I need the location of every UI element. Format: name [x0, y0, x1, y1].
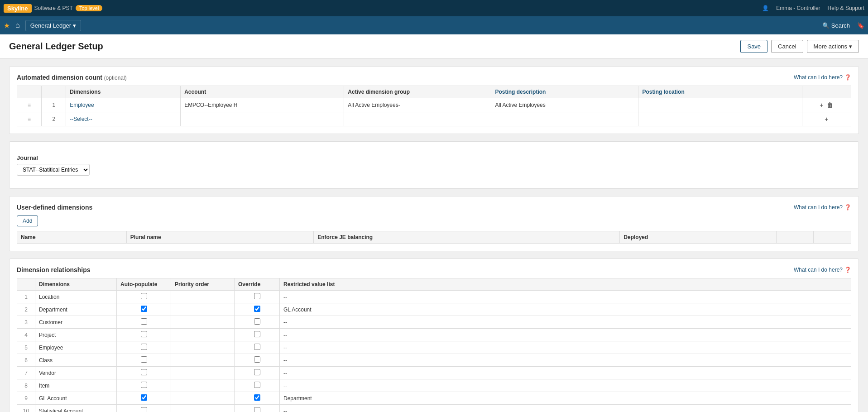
dim-priority-order[interactable]	[171, 341, 235, 354]
search-icon: 🔍	[822, 22, 830, 29]
active-dim-group-cell[interactable]: All Active Employees-	[344, 98, 491, 112]
override-checkbox[interactable]	[254, 407, 260, 412]
dim-override[interactable]	[235, 316, 280, 329]
dim-override[interactable]	[235, 291, 280, 303]
dimension-cell[interactable]: --Select--	[66, 112, 181, 126]
dim-auto-populate[interactable]	[117, 329, 171, 341]
logo[interactable]: Skyline	[4, 4, 32, 13]
dim-auto-populate[interactable]	[117, 303, 171, 316]
dim-priority-order[interactable]	[171, 392, 235, 405]
dim-override[interactable]	[235, 303, 280, 316]
posting-loc-cell[interactable]	[638, 98, 802, 112]
posting-loc-cell[interactable]	[638, 112, 802, 126]
override-checkbox[interactable]	[254, 394, 260, 401]
dim-priority-order[interactable]	[171, 379, 235, 392]
dim-priority-order[interactable]	[171, 291, 235, 303]
auto-populate-checkbox[interactable]	[141, 407, 147, 412]
dim-row-num: 9	[17, 392, 35, 405]
journal-select[interactable]: STAT--Statitical Entries	[17, 164, 90, 176]
dim-auto-populate[interactable]	[117, 316, 171, 329]
override-checkbox[interactable]	[254, 318, 260, 325]
cancel-button[interactable]: Cancel	[771, 40, 803, 53]
row-number: 1	[42, 98, 66, 112]
num-col-header	[42, 86, 66, 98]
module-dropdown[interactable]: General Ledger ▾	[25, 20, 81, 31]
drag-col-header	[17, 86, 42, 98]
dim-override[interactable]	[235, 341, 280, 354]
dim-row-name: Employee	[35, 341, 117, 354]
ud-name-col: Name	[17, 231, 127, 244]
account-cell[interactable]	[181, 112, 344, 126]
auto-populate-checkbox[interactable]	[141, 293, 147, 299]
what-can-do-link-3[interactable]: What can I do here? ❓	[794, 267, 851, 273]
add-dimension-button[interactable]: Add	[17, 216, 38, 226]
dim-restricted-value: Department	[280, 392, 851, 405]
override-checkbox[interactable]	[254, 344, 260, 350]
dim-override[interactable]	[235, 367, 280, 379]
favorite-star-icon[interactable]: ★	[4, 21, 10, 30]
dim-priority-order[interactable]	[171, 367, 235, 379]
drag-handle[interactable]: ≡	[17, 98, 42, 112]
table-row: 10 Statistical Account --	[17, 405, 851, 412]
auto-populate-checkbox[interactable]	[141, 318, 147, 325]
help-circle-icon-3: ❓	[844, 267, 851, 273]
active-dim-group-cell[interactable]	[344, 112, 491, 126]
dim-priority-order[interactable]	[171, 354, 235, 367]
dim-auto-populate[interactable]	[117, 367, 171, 379]
add-row-btn[interactable]: +	[818, 101, 825, 110]
account-cell[interactable]: EMPCO--Employee H	[181, 98, 344, 112]
override-checkbox[interactable]	[254, 382, 260, 388]
what-can-do-link-2[interactable]: What can I do here? ❓	[794, 204, 851, 211]
override-checkbox[interactable]	[254, 331, 260, 337]
dim-override[interactable]	[235, 392, 280, 405]
auto-populate-checkbox[interactable]	[141, 394, 147, 401]
chevron-down-icon: ▾	[849, 43, 852, 50]
dim-restricted-value: --	[280, 354, 851, 367]
drag-handle[interactable]: ≡	[17, 112, 42, 126]
more-actions-button[interactable]: More actions ▾	[807, 40, 859, 53]
dim-auto-populate[interactable]	[117, 392, 171, 405]
override-checkbox[interactable]	[254, 306, 260, 312]
auto-populate-checkbox[interactable]	[141, 331, 147, 337]
dim-auto-populate[interactable]	[117, 341, 171, 354]
save-button[interactable]: Save	[740, 40, 767, 53]
dimension-cell[interactable]: Employee	[66, 98, 181, 112]
dim-override[interactable]	[235, 405, 280, 412]
what-can-label-2: What can I do here?	[794, 204, 843, 211]
dim-override[interactable]	[235, 329, 280, 341]
automated-dimension-title-area: Automated dimension count (optional)	[17, 74, 127, 81]
add-row-btn[interactable]: +	[823, 115, 830, 124]
dim-priority-order[interactable]	[171, 316, 235, 329]
override-checkbox[interactable]	[254, 369, 260, 375]
home-icon[interactable]: ⌂	[15, 21, 20, 29]
dim-priority-order[interactable]	[171, 303, 235, 316]
posting-desc-cell[interactable]	[491, 112, 638, 126]
auto-populate-checkbox[interactable]	[141, 344, 147, 350]
dim-auto-populate[interactable]	[117, 291, 171, 303]
override-checkbox[interactable]	[254, 356, 260, 363]
automated-dimension-table: Dimensions Account Active dimension grou…	[17, 86, 851, 126]
help-link[interactable]: Help & Support	[828, 5, 864, 11]
dim-override[interactable]	[235, 354, 280, 367]
auto-populate-checkbox[interactable]	[141, 382, 147, 388]
dim-priority-order[interactable]	[171, 329, 235, 341]
dim-auto-populate[interactable]	[117, 379, 171, 392]
search-button[interactable]: 🔍 Search	[822, 22, 850, 29]
dim-priority-order[interactable]	[171, 405, 235, 412]
bookmark-icon[interactable]: 🔖	[857, 22, 864, 29]
delete-row-btn[interactable]: 🗑	[825, 101, 835, 110]
auto-populate-checkbox[interactable]	[141, 369, 147, 375]
what-can-do-link-1[interactable]: What can I do here? ❓	[794, 74, 851, 81]
override-checkbox[interactable]	[254, 293, 260, 299]
dim-auto-populate[interactable]	[117, 354, 171, 367]
journal-area: Journal STAT--Statitical Entries	[17, 154, 851, 176]
auto-populate-checkbox[interactable]	[141, 356, 147, 363]
auto-populate-checkbox[interactable]	[141, 306, 147, 312]
dim-restricted-value: GL Account	[280, 303, 851, 316]
dr-auto-col: Auto-populate	[117, 278, 171, 291]
dim-row-name: Customer	[35, 316, 117, 329]
posting-desc-cell[interactable]: All Active Employees	[491, 98, 638, 112]
dim-override[interactable]	[235, 379, 280, 392]
user-name[interactable]: Emma - Controller	[776, 5, 820, 11]
dim-auto-populate[interactable]	[117, 405, 171, 412]
